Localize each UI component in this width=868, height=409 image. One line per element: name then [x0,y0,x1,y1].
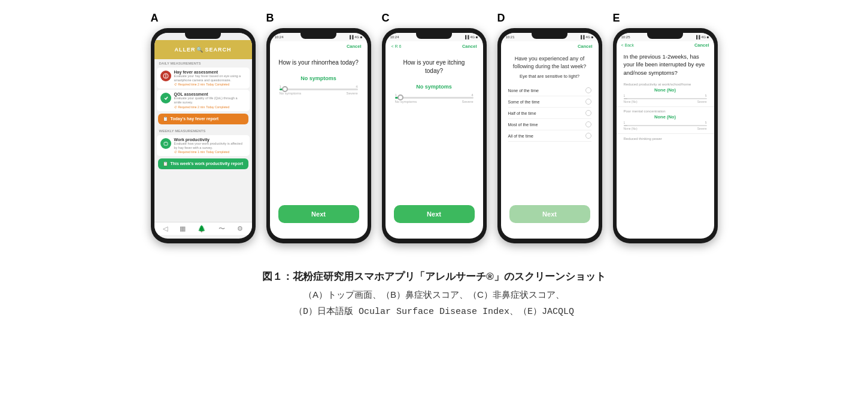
caption-line-2: （A）トップ画面、（B）鼻症状スコア、（C）非鼻症状スコア、 [262,286,606,304]
work-title: Work productivity [174,138,246,142]
list-item-work[interactable]: Work productivity Evaluate how your work… [157,135,250,156]
next-btn-b[interactable]: Next [278,205,359,223]
hay-fever-text: Hay fever assessment Evaluate your hay f… [174,70,246,86]
radio-all-label: All of the time [508,134,533,138]
hay-fever-desc: Evaluate your hay fever based on eye usi… [174,74,246,83]
caption-area: 図１：花粉症研究用スマホアプリ「アレルサーチ®」のスクリーンショット （A）トッ… [262,267,606,321]
question-e: In the previous 1-2weeks, has your life … [617,49,714,81]
nav-home-icon[interactable]: ◁ [163,225,168,233]
radio-some[interactable]: Some of the time [508,96,591,108]
slider-e-2-numbers: 1 5 [624,121,707,124]
slider-b[interactable]: 1 4 No symptoms Severe [270,85,368,95]
section-e-2-label: Poor mental concentration [624,109,707,113]
nav-chart-icon[interactable]: 〜 [218,224,225,233]
clock-icon: ⏱ [174,83,177,86]
slider-labels-c: No symptoms Severe [395,100,474,103]
hay-fever-title: Hay fever assessment [174,70,246,74]
phone-notch-b [301,33,336,39]
bottom-nav-a: ◁ ▦ 🌲 〜 ⚙ [154,222,252,235]
radio-group-d: None of the time Some of the time Half o… [501,83,599,144]
status-time-e: 10:25 [621,35,630,39]
clock-icon-3: ⏱ [174,150,177,154]
slider-thumb-c[interactable] [397,94,403,100]
phone-notch-e [647,33,683,39]
status-signal-e: ▐▐ 4G ■ [695,35,709,39]
cancel-link-c[interactable]: Cancel [462,44,477,49]
status-signal-c: ▐▐ 4G ■ [464,35,478,39]
slider-c[interactable]: 1 4 No symptoms Severe [386,93,483,103]
slider-e-1-track[interactable] [624,98,707,99]
radio-all-circle[interactable] [585,133,591,139]
weekly-report-btn[interactable]: 📋 This week's work productivity report [158,158,248,169]
nav-tree-icon[interactable]: 🌲 [198,225,206,233]
slider-e-1-labels: None (No) Severe [624,100,707,103]
slider-thumb-b[interactable] [282,86,288,92]
status-signal-d: ▐▐ 4G ■ [579,35,593,39]
radio-none[interactable]: None of the time [508,85,591,96]
back-link-c[interactable]: < R 6 [391,44,402,48]
phone-screen-d: 10:21 ▐▐ 4G ■ Cancel Have you experience… [501,33,599,239]
list-item-hay-fever[interactable]: Hay fever assessment Evaluate your hay f… [157,68,250,88]
phone-screen-e: 10:25 ▐▐ 4G ■ < Back Cancel In the previ… [617,33,714,239]
phone-notch-a [185,33,221,39]
phone-section-a: A ALLER 🔍 SEARCH Daily Measurements [151,12,256,243]
divider-e-1 [617,106,714,107]
search-label: SEARCH [205,47,231,53]
slider-track-b[interactable] [280,88,358,90]
divider-e-2 [617,133,714,134]
radio-most-circle[interactable] [585,121,591,127]
work-status: ⏱ Required time 1 min Today Completed [174,150,246,154]
radio-none-circle[interactable] [585,87,591,93]
list-item-qol[interactable]: QOL assessment Evaluate your quality of … [157,90,250,111]
status-time-c: 10:24 [390,35,399,39]
cancel-link-b[interactable]: Cancel [347,44,362,49]
cancel-link-d[interactable]: Cancel [578,44,593,49]
phone-screen-b: 10:24 ▐▐ 4G ■ Cancel How is your rhinorr… [270,33,368,239]
section-e-2-value: None (No) [624,114,707,120]
section-e-1-value: None (No) [624,87,707,93]
radio-half-circle[interactable] [585,110,591,116]
phone-frame-a: ALLER 🔍 SEARCH Daily Measurements Hay fe… [151,28,256,243]
topbar-b: Cancel [270,41,368,49]
nav-settings-icon[interactable]: ⚙ [237,225,243,233]
sub-question-d: Eye that are sensitive to light? [501,72,599,83]
phone-notch-c [416,33,452,39]
section-e-3-label: Reduced thinking power [624,137,707,141]
slider-e-2-track[interactable] [624,125,707,126]
question-d: Have you experienced any of following du… [501,49,599,72]
radio-most[interactable]: Most of the time [508,119,591,130]
phone-section-d: D 10:21 ▐▐ 4G ■ Cancel Have you experien… [497,12,602,243]
radio-all[interactable]: All of the time [508,130,591,142]
radio-some-circle[interactable] [585,99,591,105]
caption-line-1: 図１：花粉症研究用スマホアプリ「アレルサーチ®」のスクリーンショット [262,267,606,286]
radio-some-label: Some of the time [508,100,540,104]
qol-status: ⏱ Required time 2 min Today Completed [174,105,246,109]
question-c: How is your eye itching today? [386,49,483,80]
radio-half[interactable]: Half of the time [508,108,591,119]
phone-section-b: B 10:24 ▐▐ 4G ■ Cancel How is your rhino… [266,12,371,243]
back-link-e[interactable]: < Back [621,43,635,47]
phone-frame-b: 10:24 ▐▐ 4G ■ Cancel How is your rhinorr… [266,28,371,243]
radio-half-label: Half of the time [508,111,536,115]
daily-measurements-label: Daily Measurements [154,59,252,66]
section-label-a: A [151,12,159,25]
topbar-d: Cancel [501,41,599,49]
cancel-link-e[interactable]: Cancel [694,42,709,48]
today-report-btn[interactable]: 📋 Today's hay fever report [158,114,248,124]
qol-title: QOL assessment [174,92,246,96]
slider-track-c[interactable] [395,97,474,99]
no-symptoms-b: No symptoms [270,75,368,81]
weekly-measurements-label: Weekly Measurements [154,127,252,134]
phone-a-header: ALLER 🔍 SEARCH [154,40,252,59]
next-btn-d[interactable]: Next [509,205,590,223]
radio-most-label: Most of the time [508,123,538,127]
section-label-b: B [266,12,274,25]
weekly-icon: 📋 [163,161,168,166]
work-text: Work productivity Evaluate how your work… [174,138,246,154]
nav-list-icon[interactable]: ▦ [180,225,186,233]
next-btn-c[interactable]: Next [394,205,475,223]
slider-labels-b: No symptoms Severe [280,91,358,95]
svg-rect-2 [164,142,168,145]
work-icon [160,138,171,149]
section-e-1: Reduced productivity at work/school/home… [617,81,714,105]
